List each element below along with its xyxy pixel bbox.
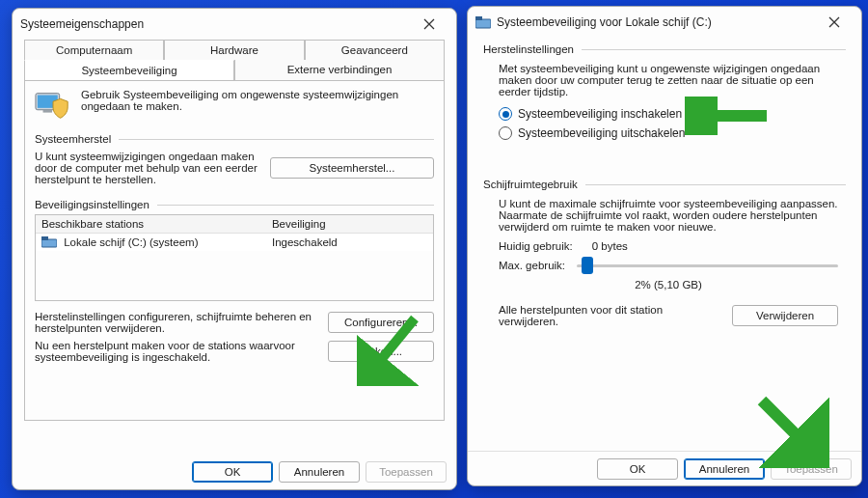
radio-label: Systeembeveiliging uitschakelen (518, 126, 685, 140)
shield-monitor-icon (35, 89, 73, 124)
restore-description: U kunt systeemwijzigingen ongedaan maken… (35, 151, 262, 185)
group-disk-usage: Schijfruimtegebruik U kunt de maximale s… (483, 179, 846, 335)
disk-blurb: U kunt de maximale schijfruimte voor sys… (499, 198, 838, 233)
max-usage-label: Max. gebruik: (499, 260, 565, 271)
window-title: Systeemeigenschappen (20, 17, 144, 31)
svg-rect-4 (41, 236, 48, 240)
create-restore-point-button[interactable]: Maken... (328, 341, 434, 362)
dialog-footer: OK Annuleren Toepassen (13, 455, 456, 489)
group-system-restore: Systeemherstel (35, 133, 434, 145)
restore-blurb: Met systeembeveiliging kunt u ongewenste… (499, 63, 838, 97)
ok-button[interactable]: OK (192, 461, 273, 483)
ok-button[interactable]: OK (597, 458, 678, 480)
cancel-button[interactable]: Annuleren (684, 458, 765, 480)
svg-rect-6 (475, 16, 482, 20)
intro-text: Gebruik Systeembeveiliging om ongewenste… (81, 89, 434, 124)
delete-button[interactable]: Verwijderen (732, 305, 838, 326)
tab-hardware[interactable]: Hardware (164, 40, 304, 60)
close-icon[interactable] (410, 11, 448, 38)
svg-rect-5 (475, 19, 491, 28)
group-protection-settings: Beveiligingsinstellingen (35, 199, 434, 210)
radio-enable-protection[interactable]: Systeembeveiliging inschakelen (499, 107, 838, 121)
group-label-text: Herstelinstellingen (483, 43, 574, 55)
max-usage-value: 2% (5,10 GB) (499, 279, 838, 290)
titlebar[interactable]: Systeemeigenschappen (13, 9, 456, 40)
table-row[interactable]: Lokale schijf (C:) (systeem) Ingeschakel… (36, 234, 433, 251)
tab-row-bottom: Systeembeveiliging Externe verbindingen (24, 60, 445, 81)
radio-disable-protection[interactable]: Systeembeveiliging uitschakelen (499, 126, 838, 140)
delete-description: Alle herstelpunten voor dit station verw… (499, 304, 724, 327)
configure-description: Herstelinstellingen configureren, schijf… (35, 311, 320, 334)
drives-table[interactable]: Beschikbare stations Beveiliging Lokale … (35, 214, 434, 301)
tab-system-protection[interactable]: Systeembeveiliging (24, 60, 234, 81)
configure-button[interactable]: Configureren... (328, 312, 434, 333)
current-usage-label: Huidig gebruik: (499, 240, 573, 252)
radio-icon (499, 126, 512, 140)
group-label-text: Systeemherstel (35, 133, 111, 145)
group-restore-settings: Herstelinstellingen Met systeembeveiligi… (483, 43, 846, 153)
drive-protection-state: Ingeschakeld (266, 234, 433, 251)
table-header: Beschikbare stations Beveiliging (36, 215, 433, 234)
tab-row-top: Computernaam Hardware Geavanceerd (24, 40, 445, 60)
titlebar[interactable]: Systeembeveiliging voor Lokale schijf (C… (468, 7, 861, 38)
cancel-button[interactable]: Annuleren (279, 461, 360, 483)
group-label-text: Schijfruimtegebruik (483, 179, 578, 190)
svg-rect-3 (41, 239, 57, 247)
tab-advanced[interactable]: Geavanceerd (305, 40, 445, 60)
dialog-footer: OK Annuleren Toepassen (468, 451, 861, 485)
col-protection[interactable]: Beveiliging (266, 215, 433, 233)
radio-icon (499, 107, 512, 121)
window-title: Systeembeveiliging voor Lokale schijf (C… (497, 15, 712, 29)
max-usage-slider[interactable] (577, 264, 838, 267)
radio-label: Systeembeveiliging inschakelen (518, 107, 682, 121)
svg-rect-2 (43, 110, 53, 113)
create-description: Nu een herstelpunt maken voor de station… (35, 340, 320, 363)
close-icon[interactable] (815, 9, 854, 36)
group-label-text: Beveiligingsinstellingen (35, 199, 149, 210)
system-restore-button[interactable]: Systeemherstel... (270, 157, 434, 179)
slider-thumb-icon[interactable] (582, 257, 593, 274)
current-usage-value: 0 bytes (592, 240, 628, 252)
drive-icon (475, 14, 491, 30)
tab-pane: Gebruik Systeembeveiliging om ongewenste… (24, 81, 445, 421)
system-protection-config-window: Systeembeveiliging voor Lokale schijf (C… (467, 6, 862, 486)
system-properties-window: Systeemeigenschappen Computernaam Hardwa… (12, 8, 457, 490)
apply-button: Toepassen (771, 458, 852, 480)
col-available-drives[interactable]: Beschikbare stations (36, 215, 266, 233)
drive-icon (41, 236, 57, 248)
tab-remote[interactable]: Externe verbindingen (234, 60, 445, 81)
drive-name: Lokale schijf (C:) (systeem) (64, 236, 198, 248)
tab-computername[interactable]: Computernaam (24, 40, 164, 60)
apply-button: Toepassen (366, 461, 447, 483)
